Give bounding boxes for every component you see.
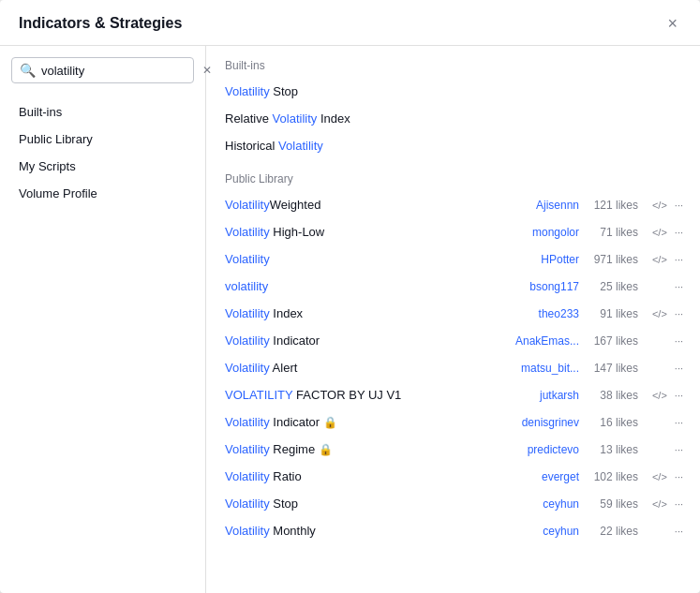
list-item[interactable]: VOLATILITY FACTOR BY UJ V1 jutkarsh 38 l… — [206, 381, 700, 408]
result-actions: </> ··· — [644, 307, 685, 320]
result-author[interactable]: Ajisennn — [495, 199, 579, 212]
result-actions: </> ··· — [644, 389, 685, 402]
result-actions: </> ··· — [644, 470, 685, 483]
list-item[interactable]: Volatility Alert matsu_bit... 147 likes … — [206, 354, 700, 381]
modal: Indicators & Strategies × 🔍 ✕ Built-ins … — [0, 0, 700, 593]
result-actions: </> ··· — [644, 226, 685, 239]
result-author[interactable]: predictevo — [495, 443, 579, 456]
result-likes: 59 likes — [587, 497, 638, 511]
result-name: Volatility Monthly — [225, 524, 495, 538]
result-name: Relative Volatility Index — [225, 111, 685, 126]
menu-button[interactable]: ··· — [673, 307, 685, 320]
result-name: Volatility Index — [225, 306, 495, 320]
result-author[interactable]: mongolor — [495, 226, 579, 239]
modal-title: Indicators & Strategies — [19, 15, 182, 32]
result-actions: </> ··· — [644, 199, 685, 212]
list-item[interactable]: Volatility High-Low mongolor 71 likes </… — [206, 218, 700, 245]
menu-button[interactable]: ··· — [673, 497, 685, 511]
list-item[interactable]: Historical Volatility — [206, 132, 700, 159]
menu-button[interactable]: ··· — [673, 280, 685, 293]
search-input[interactable] — [41, 64, 199, 78]
result-name: Volatility Regime 🔒 — [225, 442, 495, 456]
result-actions: ··· — [644, 443, 685, 456]
menu-button[interactable]: ··· — [673, 416, 685, 429]
code-button[interactable]: </> — [650, 389, 669, 402]
result-likes: 971 likes — [587, 253, 638, 266]
result-likes: 91 likes — [587, 307, 638, 320]
menu-button[interactable]: ··· — [673, 525, 685, 538]
result-actions: </> ··· — [644, 497, 685, 511]
result-actions: ··· — [644, 416, 685, 429]
result-likes: 102 likes — [587, 470, 638, 483]
result-likes: 121 likes — [587, 199, 638, 212]
list-item[interactable]: Volatility Indicator AnakEmas... 167 lik… — [206, 327, 700, 354]
list-item[interactable]: Relative Volatility Index — [206, 105, 700, 132]
result-likes: 38 likes — [587, 389, 638, 402]
lock-icon: 🔒 — [319, 443, 333, 456]
list-item[interactable]: Volatility Stop — [206, 78, 700, 105]
code-button[interactable]: </> — [650, 497, 669, 511]
result-author[interactable]: ceyhun — [495, 497, 579, 511]
list-item[interactable]: Volatility Index theo233 91 likes </> ··… — [206, 300, 700, 327]
result-likes: 147 likes — [587, 362, 638, 375]
close-button[interactable]: × — [663, 13, 681, 34]
menu-button[interactable]: ··· — [673, 443, 685, 456]
list-item[interactable]: Volatility Indicator 🔒 denisgrinev 16 li… — [206, 408, 700, 436]
list-item[interactable]: volatility bsong117 25 likes ··· — [206, 273, 700, 300]
result-name: Volatility High-Low — [225, 225, 495, 239]
result-actions: ··· — [644, 525, 685, 538]
result-author[interactable]: jutkarsh — [495, 389, 579, 402]
code-button[interactable]: </> — [650, 307, 669, 320]
code-button[interactable]: </> — [650, 226, 669, 239]
result-name: Volatility Ratio — [225, 469, 495, 483]
result-name: Volatility Indicator 🔒 — [225, 415, 495, 429]
result-likes: 22 likes — [587, 525, 638, 538]
result-author[interactable]: everget — [495, 470, 579, 483]
result-name: Historical Volatility — [225, 139, 685, 153]
menu-button[interactable]: ··· — [673, 334, 685, 348]
list-item[interactable]: Volatility Stop ceyhun 59 likes </> ··· — [206, 490, 700, 517]
list-item[interactable]: VolatilityWeighted Ajisennn 121 likes </… — [206, 191, 700, 218]
result-actions: ··· — [644, 280, 685, 293]
result-name: Volatility Stop — [225, 497, 495, 511]
sidebar-item-public-library[interactable]: Public Library — [0, 126, 205, 153]
result-likes: 13 likes — [587, 443, 638, 456]
result-actions: ··· — [644, 362, 685, 375]
list-item[interactable]: Volatility Monthly ceyhun 22 likes ··· — [206, 517, 700, 544]
lock-icon: 🔒 — [323, 416, 337, 429]
result-author[interactable]: theo233 — [495, 307, 579, 320]
result-author[interactable]: bsong117 — [495, 280, 579, 293]
result-likes: 167 likes — [587, 334, 638, 348]
list-item[interactable]: Volatility HPotter 971 likes </> ··· — [206, 245, 700, 273]
menu-button[interactable]: ··· — [673, 362, 685, 375]
code-button[interactable]: </> — [650, 253, 669, 266]
sidebar-nav: Built-ins Public Library My Scripts Volu… — [0, 95, 205, 211]
sidebar-item-volume-profile[interactable]: Volume Profile — [0, 180, 205, 207]
sidebar-item-builtins[interactable]: Built-ins — [0, 98, 205, 126]
result-author[interactable]: ceyhun — [495, 525, 579, 538]
result-author[interactable]: matsu_bit... — [495, 362, 579, 375]
result-likes: 25 likes — [587, 280, 638, 293]
code-button[interactable]: </> — [650, 199, 669, 212]
search-box: 🔍 ✕ — [11, 57, 194, 83]
sidebar: 🔍 ✕ Built-ins Public Library My Scripts … — [0, 46, 206, 593]
menu-button[interactable]: ··· — [673, 389, 685, 402]
list-item[interactable]: Volatility Regime 🔒 predictevo 13 likes … — [206, 436, 700, 463]
sidebar-item-my-scripts[interactable]: My Scripts — [0, 153, 205, 180]
menu-button[interactable]: ··· — [673, 199, 685, 212]
result-author[interactable]: denisgrinev — [495, 416, 579, 429]
result-author[interactable]: AnakEmas... — [495, 334, 579, 348]
result-likes: 16 likes — [587, 416, 638, 429]
code-button[interactable]: </> — [650, 470, 669, 483]
menu-button[interactable]: ··· — [673, 226, 685, 239]
menu-button[interactable]: ··· — [673, 253, 685, 266]
menu-button[interactable]: ··· — [673, 470, 685, 483]
result-name: Volatility — [225, 252, 495, 266]
list-item[interactable]: Volatility Ratio everget 102 likes </> ·… — [206, 463, 700, 490]
section-header-builtins: Built-ins — [206, 46, 700, 78]
result-name: volatility — [225, 279, 495, 293]
result-actions: ··· — [644, 334, 685, 348]
result-name: Volatility Stop — [225, 84, 685, 98]
result-author[interactable]: HPotter — [495, 253, 579, 266]
result-actions: </> ··· — [644, 253, 685, 266]
